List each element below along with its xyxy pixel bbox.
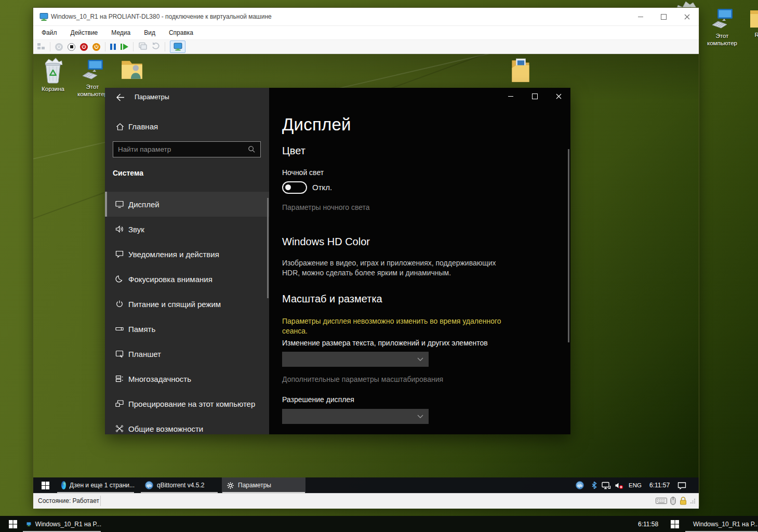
toolbar-separator [105, 42, 105, 51]
hdr-description: Изображение в видео, играх и приложениях… [282, 258, 511, 278]
sidebar-scrollbar[interactable] [267, 198, 269, 298]
color-heading: Цвет [282, 145, 305, 157]
vm-screen: Корзина Этот компьютер [33, 54, 699, 493]
sidebar-item-sound[interactable]: Звук [105, 217, 269, 242]
toolbar [33, 39, 699, 54]
sidebar-item-shared-experiences[interactable]: Общие возможности [105, 416, 269, 441]
enhanced-session-button-icon[interactable] [170, 41, 185, 53]
settings-close-button[interactable] [547, 88, 570, 104]
home-icon [115, 122, 125, 131]
sidebar-item-label: Планшет [128, 350, 161, 358]
selected-accent-bar [105, 192, 107, 217]
vm-desktop-icon-pictures-folder[interactable] [501, 56, 540, 86]
night-light-toggle[interactable] [282, 181, 307, 194]
vm-tray-volume-muted[interactable] [615, 477, 623, 493]
power-icon [115, 299, 124, 309]
host-desktop-icon-this-pc[interactable]: Этот компьютер [702, 6, 742, 47]
pictures-folder-icon [510, 56, 531, 86]
sidebar-item-display[interactable]: Дисплей [105, 192, 269, 217]
shut-down-button-icon[interactable] [80, 43, 88, 51]
taskbar-app-label: Параметры [238, 482, 271, 489]
night-light-settings-link[interactable]: Параметры ночного света [282, 203, 370, 211]
vm-status-text: Состояние: Работает [38, 497, 99, 504]
toolbar-separator [133, 42, 134, 51]
save-state-button-icon[interactable] [92, 43, 100, 51]
sidebar-item-multitasking[interactable]: Многозадачность [105, 366, 269, 391]
multitasking-icon [115, 374, 124, 383]
start-vm-button-icon[interactable] [55, 43, 63, 51]
sidebar-item-focus-assist[interactable]: Фокусировка внимания [105, 267, 269, 291]
sidebar-item-notifications[interactable]: Уведомления и действия [105, 242, 269, 267]
vm-tray-qbittorrent[interactable]: qb [576, 477, 584, 493]
menubar: Файл Действие Медиа Вид Справка [33, 26, 699, 39]
vm-taskbar-app-settings[interactable]: Параметры [222, 477, 305, 493]
action-center-icon [677, 482, 686, 489]
settings-window: Параметры Главная Система [105, 88, 570, 434]
settings-minimize-button[interactable] [499, 88, 523, 104]
sidebar-item-label: Фокусировка внимания [128, 275, 212, 284]
vm-action-center-button[interactable] [677, 477, 686, 493]
sidebar-item-storage[interactable]: Память [105, 316, 269, 341]
sidebar-item-power-sleep[interactable]: Питание и спящий режим [105, 291, 269, 316]
turn-off-button-icon[interactable] [68, 43, 75, 51]
host-taskbar-vmconnect-button-secondary[interactable]: Windows_10_R1 на P... [685, 516, 758, 532]
pause-button-icon[interactable] [110, 44, 116, 50]
settings-search-input[interactable] [113, 145, 248, 153]
lock-status-icon [679, 496, 687, 505]
scale-label: Изменение размера текста, приложений и д… [282, 339, 488, 347]
desktop-icon-label: Ron [740, 31, 758, 38]
language-indicator: ENG [629, 482, 642, 488]
main-scrollbar[interactable] [568, 149, 569, 342]
sidebar-section-header: Система [113, 169, 143, 177]
scale-dropdown[interactable] [282, 352, 429, 367]
sidebar-list: Дисплей Звук Уведомления и действия [105, 192, 269, 441]
sidebar-item-home[interactable]: Главная [105, 117, 269, 137]
host-start-button[interactable] [6, 520, 20, 529]
resolution-dropdown[interactable] [282, 409, 429, 424]
checkpoint-button-icon[interactable] [138, 42, 147, 52]
this-pc-icon [80, 57, 105, 82]
back-button[interactable] [114, 91, 126, 103]
resize-grip[interactable] [690, 498, 696, 503]
vm-desktop-icon-recycle-bin[interactable]: Корзина [33, 57, 73, 92]
menu-action[interactable]: Действие [71, 29, 98, 36]
sidebar-item-tablet[interactable]: Планшет [105, 341, 269, 366]
menu-view[interactable]: Вид [144, 29, 155, 36]
notifications-icon [115, 249, 124, 259]
vm-desktop-icon-user-folder[interactable] [112, 57, 152, 82]
host-start-button-secondary[interactable] [668, 520, 682, 529]
vm-start-button[interactable] [38, 481, 52, 490]
shared-experiences-icon [115, 424, 124, 433]
host-taskbar-vmconnect-button[interactable]: Windows_10_R1 на P... [22, 516, 101, 532]
ctrl-alt-del-button-icon[interactable] [37, 42, 45, 52]
toolbar-separator [50, 42, 50, 51]
host-desktop-icon-folder[interactable]: Ron [740, 6, 758, 38]
search-icon [248, 145, 256, 153]
clock: 6:11:57 [649, 482, 670, 489]
sidebar-item-projecting[interactable]: Проецирование на этот компьютер [105, 391, 269, 416]
bluetooth-icon [590, 481, 598, 489]
vm-tray-bluetooth[interactable] [590, 477, 598, 493]
windows-logo-icon [671, 520, 679, 528]
taskbar-app-label: Дзен и еще 1 страни... [70, 482, 135, 489]
sidebar-item-label: Дисплей [128, 200, 159, 209]
vm-tray-network[interactable] [602, 477, 611, 493]
vm-tray-language[interactable]: ENG [629, 477, 642, 493]
minimize-button[interactable] [629, 8, 652, 25]
menu-file[interactable]: Файл [42, 29, 57, 36]
close-button[interactable] [675, 8, 699, 25]
menu-help[interactable]: Справка [169, 29, 193, 36]
vm-tray-clock[interactable]: 6:11:57 [649, 477, 670, 493]
maximize-button[interactable] [652, 8, 675, 25]
vm-taskbar-app-edge[interactable]: Дзен и еще 1 страни... [57, 477, 135, 493]
menu-media[interactable]: Медиа [111, 29, 130, 36]
recycle-bin-icon [41, 57, 65, 84]
host-clock[interactable]: 6:11:58 [638, 521, 658, 528]
vmconnect-titlebar[interactable]: Windows_10_R1 на PROLIANT-DL380 - подклю… [33, 8, 699, 26]
settings-maximize-button[interactable] [523, 88, 547, 104]
vm-taskbar: Дзен и еще 1 страни... qb qBittorrent v4… [33, 477, 699, 493]
reset-button-icon[interactable] [121, 44, 128, 50]
revert-button-icon[interactable] [152, 42, 160, 52]
advanced-scaling-link[interactable]: Дополнительные параметры масштабирования [282, 375, 443, 383]
vm-taskbar-app-qbittorrent[interactable]: qb qBittorrent v4.5.2 [140, 477, 218, 493]
